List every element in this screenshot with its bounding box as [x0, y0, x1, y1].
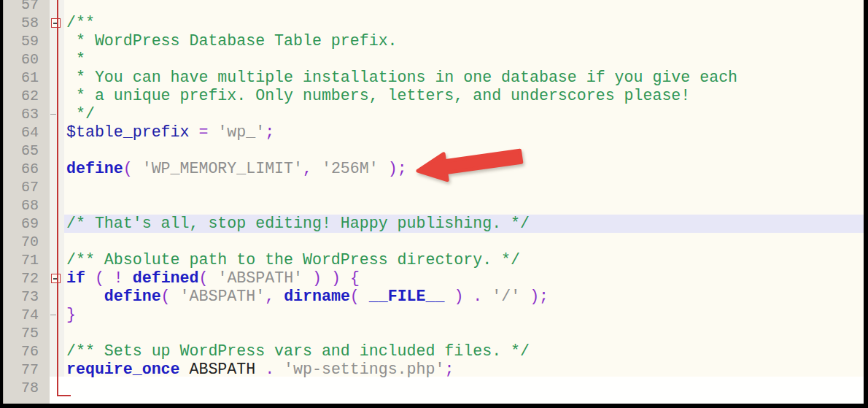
- editor-viewport: 5758/**59 * WordPress Database Table pre…: [3, 0, 864, 404]
- code-text[interactable]: define( 'ABSPATH', dirname( __FILE__ ) .…: [64, 288, 864, 306]
- code-text[interactable]: /** Absolute path to the WordPress direc…: [64, 251, 864, 269]
- token-pun: {: [350, 269, 360, 287]
- line-number: 68: [3, 196, 50, 215]
- line-number: 66: [3, 160, 50, 178]
- token-kw: require_once: [66, 361, 180, 378]
- token-kw: if: [66, 269, 85, 287]
- line-number: 69: [3, 215, 50, 233]
- token-pln: [444, 288, 454, 305]
- line-number: 71: [3, 251, 50, 269]
- code-line-69: 69/* That's all, stop editing! Happy pub…: [3, 215, 864, 233]
- fold-end-tick-icon: [50, 114, 56, 115]
- token-com: /**: [66, 14, 95, 31]
- token-com: *: [66, 50, 85, 68]
- code-text[interactable]: [64, 379, 864, 397]
- token-pln: [85, 269, 95, 287]
- token-str: 'wp-settings.php': [284, 361, 444, 378]
- code-text[interactable]: */: [64, 105, 864, 123]
- line-number: 78: [3, 379, 50, 397]
- token-str: 'ABSPATH': [180, 288, 266, 305]
- token-pun: }: [66, 306, 76, 323]
- code-line-74: 74}: [3, 306, 864, 324]
- token-pun: (: [198, 269, 208, 287]
- code-text[interactable]: [64, 324, 864, 342]
- token-pln: [520, 288, 530, 305]
- token-com: */: [66, 105, 95, 123]
- token-pun: (: [161, 288, 171, 305]
- token-str: 'ABSPATH': [217, 269, 303, 287]
- line-number: 60: [3, 50, 50, 69]
- code-text[interactable]: $table_prefix = 'wp_';: [64, 123, 864, 142]
- code-line-73: 73 define( 'ABSPATH', dirname( __FILE__ …: [3, 288, 864, 306]
- token-pln: [322, 269, 331, 287]
- token-str: '256M': [322, 160, 379, 177]
- code-editor: 5758/**59 * WordPress Database Table pre…: [0, 0, 868, 408]
- code-line-61: 61 * You can have multiple installations…: [3, 69, 864, 87]
- code-line-71: 71/** Absolute path to the WordPress dir…: [3, 251, 864, 269]
- code-line-59: 59 * WordPress Database Table prefix.: [3, 32, 864, 50]
- token-com: /** Sets up WordPress vars and included …: [66, 342, 530, 360]
- fold-collapse-icon[interactable]: [51, 274, 61, 283]
- token-pln: [189, 123, 198, 141]
- code-line-75: 75: [3, 324, 864, 342]
- code-line-64: 64$table_prefix = 'wp_';: [3, 123, 864, 142]
- code-text[interactable]: * WordPress Database Table prefix.: [64, 32, 864, 50]
- token-com: /** Absolute path to the WordPress direc…: [66, 251, 520, 269]
- fold-guide-line-end: [57, 395, 71, 396]
- code-text[interactable]: * a unique prefix. Only numbers, letters…: [64, 87, 864, 105]
- line-number: 73: [3, 288, 50, 306]
- token-pln: [180, 361, 190, 378]
- token-str: 'WP_MEMORY_LIMIT': [142, 160, 303, 177]
- code-text[interactable]: * You can have multiple installations in…: [64, 69, 864, 87]
- token-pun: ;: [265, 123, 274, 141]
- token-kw: define: [66, 160, 123, 177]
- token-pln: [171, 288, 180, 305]
- code-line-62: 62 * a unique prefix. Only numbers, lett…: [3, 87, 864, 105]
- line-number: 61: [3, 69, 50, 87]
- code-text[interactable]: [64, 0, 864, 14]
- token-kw: define: [104, 288, 161, 305]
- code-line-63: 63 */: [3, 105, 864, 123]
- token-pln: ABSPATH: [189, 361, 255, 378]
- line-number: 72: [3, 269, 50, 288]
- token-pln: [104, 269, 114, 287]
- token-var: $table_prefix: [66, 123, 189, 141]
- code-text[interactable]: /**: [64, 14, 864, 32]
- token-pun: .: [265, 361, 274, 378]
- fold-collapse-icon[interactable]: [51, 18, 61, 28]
- code-text[interactable]: *: [64, 50, 864, 69]
- code-text[interactable]: if ( ! defined( 'ABSPATH' ) ) {: [64, 269, 864, 288]
- line-number: 65: [3, 142, 50, 160]
- line-number: 64: [3, 123, 50, 142]
- editor-lines: 5758/**59 * WordPress Database Table pre…: [3, 0, 864, 397]
- code-text[interactable]: /** Sets up WordPress vars and included …: [64, 342, 864, 361]
- token-kw: __FILE__: [369, 288, 445, 305]
- token-pun: ,: [303, 160, 312, 177]
- code-text[interactable]: [64, 233, 864, 251]
- token-com: * You can have multiple installations in…: [66, 69, 737, 86]
- token-pln: [208, 269, 217, 287]
- token-com: /* That's all, stop editing! Happy publi…: [66, 215, 530, 232]
- token-kw: dirname: [284, 288, 350, 305]
- code-line-70: 70: [3, 233, 864, 251]
- token-pln: [274, 288, 284, 305]
- token-pun: );: [530, 288, 549, 305]
- line-number: 57: [3, 0, 50, 14]
- token-pun: (: [95, 269, 104, 287]
- token-pln: [274, 361, 284, 378]
- code-text-highlighted[interactable]: /* That's all, stop editing! Happy publi…: [64, 215, 864, 233]
- line-number: 67: [3, 178, 50, 196]
- code-text[interactable]: }: [64, 306, 864, 324]
- token-pln: [133, 160, 142, 177]
- code-text[interactable]: [64, 196, 864, 215]
- line-number: 58: [3, 14, 50, 32]
- red-arrow-icon: [412, 142, 536, 196]
- code-line-60: 60 *: [3, 50, 864, 69]
- line-number: 77: [3, 361, 50, 379]
- code-line-68: 68: [3, 196, 864, 215]
- token-pln: [463, 288, 473, 305]
- token-pln: [66, 288, 104, 305]
- code-text[interactable]: require_once ABSPATH . 'wp-settings.php'…: [64, 361, 864, 379]
- code-line-77: 77require_once ABSPATH . 'wp-settings.ph…: [3, 361, 864, 379]
- token-pln: [360, 288, 369, 305]
